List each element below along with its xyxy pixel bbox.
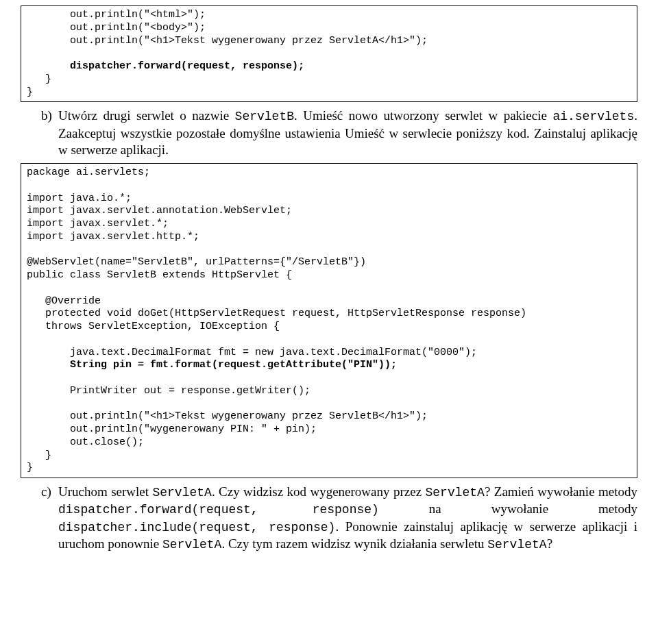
code-line: } [27, 73, 51, 85]
code-line: out.println("<h1>Tekst wygenerowany prze… [27, 35, 428, 47]
code-line: @Override [27, 295, 101, 307]
code-line: package ai.servlets; [27, 166, 150, 178]
code-line: throws ServletException, IOException { [27, 321, 280, 332]
code-line: import java.io.*; [27, 193, 132, 204]
document-page: out.println("<html>"); out.println("<bod… [0, 0, 658, 578]
code-line: out.println("<body>"); [27, 22, 206, 34]
text: . Czy widzisz kod wygenerowany przez [212, 484, 426, 499]
code-line-bold: dispatcher.forward(request, response); [27, 60, 304, 72]
code-line: java.text.DecimalFormat fmt = new java.t… [27, 347, 477, 358]
inline-code: ServletB [235, 110, 294, 123]
code-line-bold: String pin = fmt.format(request.getAttri… [27, 359, 397, 371]
code-line: public class ServletB extends HttpServle… [27, 269, 292, 281]
text: ? [547, 536, 552, 551]
inline-code: ServletA [162, 538, 221, 552]
list-item-b: b)Utwórz drugi serwlet o nazwie ServletB… [58, 108, 637, 159]
text: Uruchom serwlet [58, 484, 152, 499]
list-marker: b) [41, 108, 58, 125]
code-block-1: out.println("<html>"); out.println("<bod… [21, 5, 637, 102]
text: na wywołanie metody [379, 501, 637, 516]
code-line: @WebServlet(name="ServletB", urlPatterns… [27, 256, 366, 268]
code-line: protected void doGet(HttpServletRequest … [27, 308, 526, 319]
code-line: import javax.servlet.http.*; [27, 231, 199, 243]
list-marker: c) [41, 484, 58, 501]
code-line: import javax.servlet.*; [27, 218, 169, 230]
code-block-2: package ai.servlets; import java.io.*; i… [21, 163, 637, 478]
inline-code: dispatcher.include(request, response) [58, 521, 335, 534]
code-line: import javax.servlet.annotation.WebServl… [27, 205, 292, 216]
code-line: } [27, 462, 33, 473]
inline-code: ai.servlets [552, 110, 634, 123]
code-line: out.println("<html>"); [27, 9, 206, 21]
inline-code: ServletA [487, 538, 546, 552]
code-line: out.println("<h1>Tekst wygenerowany prze… [27, 410, 428, 422]
text: . Umieść nowo utworzony serwlet w pakiec… [294, 108, 552, 123]
code-line: PrintWriter out = response.getWriter(); [27, 385, 310, 397]
inline-code: ServletA [426, 486, 485, 499]
list-item-c: c)Uruchom serwlet ServletA. Czy widzisz … [58, 484, 637, 554]
code-line: } [27, 449, 51, 461]
code-line: } [27, 86, 33, 98]
text: . Czy tym razem widzisz wynik działania … [221, 536, 487, 551]
inline-code: ServletA [152, 486, 211, 499]
inline-code: dispatcher.forward(request, response) [58, 503, 379, 517]
code-line: out.println("wygenerowany PIN: " + pin); [27, 423, 317, 435]
code-line: out.close(); [27, 436, 144, 448]
text: Utwórz drugi serwlet o nazwie [58, 108, 235, 123]
text: ? Zamień wywołanie metody [485, 484, 637, 499]
